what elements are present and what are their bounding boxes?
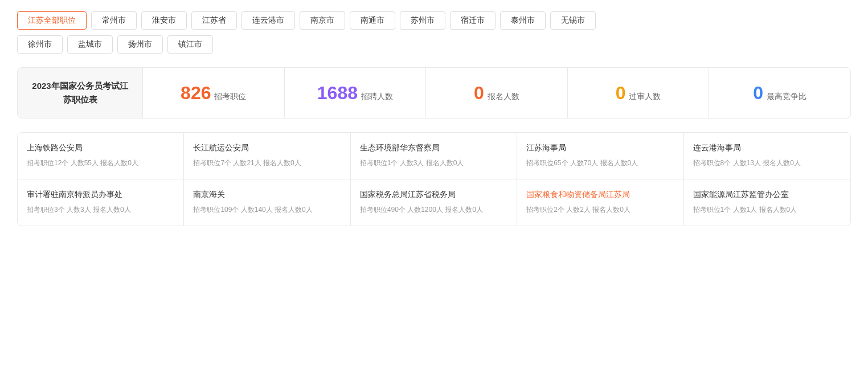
- card-title-r1-4: 连云港海事局: [693, 143, 841, 153]
- card-desc-r2-4: 招考职位1个 人数1人 报名人数0人: [693, 205, 841, 215]
- card-title-r1-1: 长江航运公安局: [193, 143, 341, 153]
- stats-number-4: 0: [753, 83, 763, 104]
- card-desc-r2-1: 招考职位109个 人数140人 报名人数0人: [193, 205, 341, 215]
- card-row1-3[interactable]: 江苏海事局 招考职位65个 人数70人 报名人数0人: [517, 133, 683, 179]
- stats-label-2: 报名人数: [488, 92, 519, 102]
- stats-title: 2023年国家公务员考试江苏职位表: [18, 68, 143, 118]
- stats-item-2: 0 报名人数: [426, 68, 568, 118]
- region-tabs-row1: 江苏全部职位常州市淮安市江苏省连云港市南京市南通市苏州市宿迁市泰州市无锡市: [17, 11, 851, 30]
- region-tab-r2-0[interactable]: 徐州市: [17, 35, 63, 54]
- card-row2-4[interactable]: 国家能源局江苏监管办公室 招考职位1个 人数1人 报名人数0人: [684, 179, 850, 226]
- cards-row-2: 审计署驻南京特派员办事处 招考职位3个 人数3人 报名人数0人 南京海关 招考职…: [18, 179, 850, 226]
- card-title-r2-0: 审计署驻南京特派员办事处: [27, 190, 174, 200]
- card-row1-1[interactable]: 长江航运公安局 招考职位7个 人数21人 报名人数0人: [184, 133, 350, 179]
- region-tab-r2-1[interactable]: 盐城市: [67, 35, 113, 54]
- cards-wrapper: 上海铁路公安局 招考职位12个 人数55人 报名人数0人 长江航运公安局 招考职…: [17, 132, 851, 226]
- card-desc-r1-1: 招考职位7个 人数21人 报名人数0人: [193, 158, 341, 169]
- stats-item-4: 0 最高竞争比: [709, 68, 850, 118]
- region-tab-3[interactable]: 江苏省: [191, 11, 237, 30]
- card-title-r2-3: 国家粮食和物资储备局江苏局: [526, 190, 674, 200]
- card-desc-r2-0: 招考职位3个 人数3人 报名人数0人: [27, 205, 174, 215]
- region-tab-2[interactable]: 淮安市: [141, 11, 187, 30]
- stats-item-0: 826 招考职位: [143, 68, 285, 118]
- region-tab-4[interactable]: 连云港市: [241, 11, 295, 30]
- card-title-r1-2: 生态环境部华东督察局: [360, 143, 507, 153]
- card-row2-1[interactable]: 南京海关 招考职位109个 人数140人 报名人数0人: [184, 179, 350, 226]
- region-tab-r2-2[interactable]: 扬州市: [117, 35, 163, 54]
- stats-item-3: 0 过审人数: [568, 68, 710, 118]
- stats-number-0: 826: [181, 83, 211, 104]
- stats-number-1: 1688: [317, 83, 358, 104]
- cards-row-1: 上海铁路公安局 招考职位12个 人数55人 报名人数0人 长江航运公安局 招考职…: [18, 133, 850, 179]
- stats-bar: 2023年国家公务员考试江苏职位表 826 招考职位 1688 招聘人数 0 报: [17, 67, 851, 118]
- card-desc-r1-4: 招考职位8个 人数13人 报名人数0人: [693, 158, 841, 169]
- stats-item-1: 1688 招聘人数: [285, 68, 427, 118]
- region-tab-10[interactable]: 无锡市: [550, 11, 596, 30]
- card-title-r2-4: 国家能源局江苏监管办公室: [693, 190, 841, 200]
- card-desc-r2-3: 招考职位2个 人数2人 报名人数0人: [526, 205, 674, 215]
- card-row1-2[interactable]: 生态环境部华东督察局 招考职位1个 人数3人 报名人数0人: [351, 133, 517, 179]
- card-desc-r1-2: 招考职位1个 人数3人 报名人数0人: [360, 158, 507, 169]
- stats-number-2: 0: [474, 83, 484, 104]
- card-desc-r1-0: 招考职位12个 人数55人 报名人数0人: [27, 158, 174, 169]
- region-tab-9[interactable]: 泰州市: [500, 11, 546, 30]
- region-tab-r2-3[interactable]: 镇江市: [167, 35, 213, 54]
- card-title-r2-2: 国家税务总局江苏省税务局: [360, 190, 507, 200]
- stats-items: 826 招考职位 1688 招聘人数 0 报名人数 0: [143, 68, 850, 118]
- stats-label-3: 过审人数: [629, 92, 661, 102]
- card-row1-4[interactable]: 连云港海事局 招考职位8个 人数13人 报名人数0人: [684, 133, 850, 179]
- region-tabs-row2: 徐州市盐城市扬州市镇江市: [17, 35, 851, 54]
- card-row2-3[interactable]: 国家粮食和物资储备局江苏局 招考职位2个 人数2人 报名人数0人: [517, 179, 683, 226]
- card-row1-0[interactable]: 上海铁路公安局 招考职位12个 人数55人 报名人数0人: [18, 133, 184, 179]
- card-title-r1-3: 江苏海事局: [526, 143, 674, 153]
- stats-number-3: 0: [616, 83, 626, 104]
- stats-label-1: 招聘人数: [361, 92, 393, 102]
- region-tab-7[interactable]: 苏州市: [400, 11, 445, 30]
- region-tab-5[interactable]: 南京市: [300, 11, 345, 30]
- region-tab-1[interactable]: 常州市: [91, 11, 137, 30]
- region-tab-6[interactable]: 南通市: [350, 11, 395, 30]
- card-title-r2-1: 南京海关: [193, 190, 341, 200]
- region-tab-8[interactable]: 宿迁市: [450, 11, 496, 30]
- stats-label-4: 最高竞争比: [767, 92, 806, 102]
- card-row2-2[interactable]: 国家税务总局江苏省税务局 招考职位490个 人数1200人 报名人数0人: [351, 179, 517, 226]
- region-tab-0[interactable]: 江苏全部职位: [17, 11, 87, 30]
- card-row2-0[interactable]: 审计署驻南京特派员办事处 招考职位3个 人数3人 报名人数0人: [18, 179, 184, 226]
- stats-label-0: 招考职位: [214, 92, 246, 102]
- card-desc-r2-2: 招考职位490个 人数1200人 报名人数0人: [360, 205, 507, 215]
- card-desc-r1-3: 招考职位65个 人数70人 报名人数0人: [526, 158, 674, 169]
- card-title-r1-0: 上海铁路公安局: [27, 143, 174, 153]
